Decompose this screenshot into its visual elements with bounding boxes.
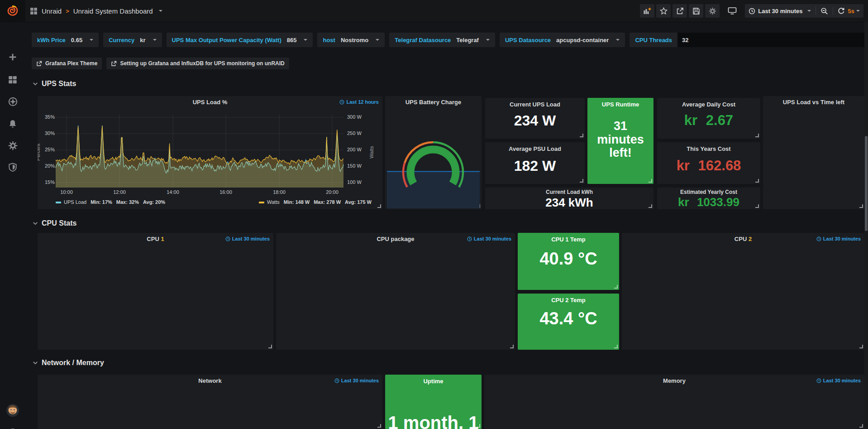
- scrollbar-thumb[interactable]: [865, 136, 868, 231]
- star-button[interactable]: [656, 4, 671, 18]
- sidebar-create-button[interactable]: [0, 48, 25, 66]
- panel-timerange[interactable]: Last 30 minutes: [467, 236, 511, 241]
- axis-tick: 300 W: [347, 114, 365, 120]
- panel-memory: Memory Last 30 minutes: [484, 375, 864, 429]
- variable-ups-datasource[interactable]: UPS Datasource apcupsd-container: [500, 33, 625, 47]
- gear-icon: [709, 7, 716, 15]
- page-scrollbar[interactable]: [864, 22, 868, 429]
- panel-title[interactable]: Estimated Yearly Cost: [657, 189, 760, 195]
- panel-title[interactable]: UPS Battery Charge: [385, 99, 482, 106]
- section-ups-stats[interactable]: UPS Stats: [33, 80, 76, 88]
- panel-ups-load: UPS Load % Last 12 hours Percent Watts 3…: [38, 96, 382, 209]
- link-ups-monitoring-guide[interactable]: Setting up Grafana and InfluxDB for UPS …: [106, 58, 289, 69]
- stat-value: 1 month, 1: [385, 413, 482, 429]
- variable-cpu-threads: CPU Threads: [630, 33, 868, 47]
- app-root: Unraid > Unraid System Dashboard: [0, 0, 868, 429]
- refresh-interval-dropdown[interactable]: 5s: [848, 8, 860, 14]
- axis-tick: 20%: [39, 163, 55, 169]
- panel-ups-load-vs-time-left: UPS Load vs Time left: [763, 96, 864, 209]
- legend-series-watts[interactable]: WattsMin: 148 WMax: 278 WAvg: 175 W: [259, 199, 372, 205]
- panel-title[interactable]: CPU 1 Temp: [518, 236, 619, 243]
- stat-value: 40.9 °C: [518, 249, 619, 269]
- dashboard-settings-button[interactable]: [705, 4, 720, 18]
- cycle-view-button[interactable]: [725, 4, 739, 18]
- sidebar-dashboards-button[interactable]: [0, 71, 25, 89]
- share-button[interactable]: [672, 4, 687, 18]
- panel-title[interactable]: Uptime: [385, 378, 482, 385]
- refresh-button[interactable]: [838, 7, 845, 14]
- breadcrumb-dashboard-title[interactable]: Unraid System Dashboard: [73, 7, 153, 15]
- panel-title[interactable]: Current Load kWh: [485, 189, 653, 195]
- panel-title[interactable]: Current UPS Load: [485, 101, 585, 108]
- sidebar-server-admin-button[interactable]: [0, 158, 25, 176]
- add-panel-button[interactable]: [640, 4, 654, 18]
- variable-ups-max-output[interactable]: UPS Max Output Power Capacity (Watt) 865: [167, 33, 313, 47]
- alerts-bell-icon: [8, 119, 17, 128]
- panel-title[interactable]: Network: [38, 377, 382, 384]
- sidebar-explore-button[interactable]: [0, 92, 25, 111]
- panel-timerange[interactable]: Last 30 minutes: [334, 378, 379, 383]
- panel-timerange[interactable]: Last 30 minutes: [816, 378, 861, 383]
- cpu-threads-input[interactable]: [677, 33, 868, 47]
- stat-value: kr 2.67: [657, 112, 760, 129]
- panel-title[interactable]: UPS Runtime: [587, 101, 653, 108]
- dashboard-grid-icon[interactable]: [30, 7, 38, 15]
- panel-timerange[interactable]: Last 30 minutes: [816, 236, 861, 241]
- user-avatar[interactable]: [0, 401, 25, 419]
- link-label: Grafana Plex Theme: [45, 60, 97, 67]
- panel-timerange[interactable]: Last 12 hours: [339, 99, 379, 105]
- axis-tick: 16:00: [215, 189, 237, 195]
- section-cpu-stats[interactable]: CPU Stats: [33, 219, 76, 227]
- axis-tick: 30%: [39, 130, 55, 136]
- tv-icon: [728, 7, 737, 15]
- variable-telegraf-datasource[interactable]: Telegraf Datasource Telegraf: [389, 33, 495, 47]
- panel-timerange[interactable]: Last 30 minutes: [225, 236, 270, 241]
- panel-title[interactable]: Memory: [484, 377, 864, 384]
- stat-value: 234 W: [485, 112, 585, 129]
- save-button[interactable]: [689, 4, 703, 18]
- panel-title[interactable]: UPS Load vs Time left: [763, 99, 864, 106]
- stat-value: 43.4 °C: [518, 309, 619, 328]
- chevron-down-icon: [33, 221, 38, 226]
- timerange-label: Last 12 hours: [346, 99, 379, 105]
- section-network-memory[interactable]: Network / Memory: [33, 359, 104, 367]
- axis-tick: 12:00: [109, 189, 130, 195]
- explore-compass-icon: [8, 97, 18, 106]
- settings-gear-icon: [8, 141, 18, 150]
- variable-host[interactable]: host Nostromo: [317, 33, 385, 47]
- panel-title[interactable]: Average PSU Load: [485, 145, 585, 152]
- breadcrumb: Unraid > Unraid System Dashboard: [30, 0, 162, 22]
- panel-title[interactable]: Average Daily Cost: [657, 101, 760, 108]
- variable-kwh-price[interactable]: kWh Price 0.65: [32, 33, 99, 47]
- chevron-down-icon: [807, 10, 811, 12]
- chevron-down-icon: [304, 39, 307, 41]
- panel-title[interactable]: This Years Cost: [657, 145, 760, 152]
- variable-value: kr: [140, 37, 145, 43]
- grafana-logo-icon[interactable]: [0, 0, 25, 22]
- share-icon: [676, 7, 684, 15]
- sidebar-configuration-button[interactable]: [0, 136, 25, 154]
- panel-title[interactable]: UPS Load %: [38, 99, 382, 106]
- variable-currency[interactable]: Currency kr: [103, 33, 162, 47]
- zoom-out-button[interactable]: [820, 7, 828, 15]
- axis-tick: 200 W: [347, 147, 365, 152]
- link-grafana-plex-theme[interactable]: Grafana Plex Theme: [32, 58, 102, 69]
- panel-cpu-package: CPU package Last 30 minutes: [276, 233, 515, 350]
- panel-title[interactable]: CPU 2 Temp: [518, 297, 619, 304]
- variable-label: kWh Price: [37, 37, 66, 43]
- y-axis-label-left: Percent: [38, 144, 41, 161]
- sidebar-help-button[interactable]: ?: [0, 424, 25, 429]
- clock-icon: [749, 8, 755, 14]
- clock-icon: [816, 236, 821, 241]
- grafana-flame-icon: [7, 5, 19, 17]
- chevron-down-icon: [33, 360, 38, 366]
- legend-series-ups-load[interactable]: UPS LoadMin: 17%Max: 32%Avg: 20%: [56, 199, 165, 205]
- variable-label: Telegraf Datasource: [395, 37, 451, 43]
- time-range-picker[interactable]: Last 30 minutes: [749, 8, 811, 14]
- breadcrumb-app[interactable]: Unraid: [42, 7, 62, 15]
- save-icon: [692, 7, 700, 15]
- axis-tick: 100 W: [347, 179, 365, 185]
- chevron-down-icon[interactable]: [159, 10, 162, 12]
- panel-ups-battery-charge: UPS Battery Charge: [385, 96, 482, 209]
- sidebar-alerting-button[interactable]: [0, 115, 25, 133]
